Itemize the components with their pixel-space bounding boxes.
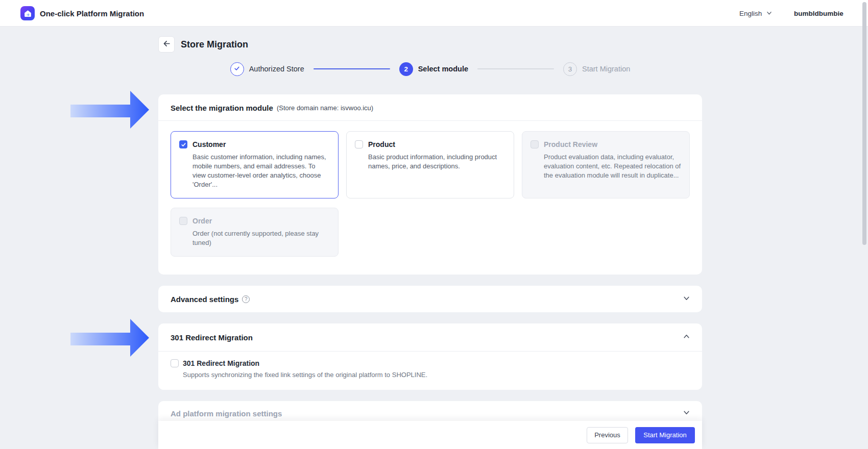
module-section-header: Select the migration module (Store domai…	[158, 94, 702, 121]
product-review-module-title: Product Review	[544, 140, 597, 148]
chevron-down-icon[interactable]	[683, 409, 690, 418]
order-module-title: Order	[192, 217, 212, 225]
question-circle-icon[interactable]: ?	[242, 295, 250, 303]
step-authorized-store: Authorized Store	[230, 62, 304, 76]
redirect-section-header[interactable]: 301 Redirect Migration	[158, 323, 702, 352]
language-label: English	[739, 10, 762, 17]
step-select-module: 2 Select module	[399, 62, 468, 76]
customer-module-title: Customer	[192, 140, 226, 148]
step-start-migration: 3 Start Migration	[563, 62, 630, 76]
redirect-migration-card: 301 Redirect Migration 301 Redirect Migr…	[158, 323, 702, 390]
product-review-checkbox	[531, 140, 539, 148]
order-checkbox	[179, 217, 187, 225]
module-section-title: Select the migration module	[171, 104, 273, 112]
store-domain-subtitle: (Store domain name: isvwoo.icu)	[277, 104, 373, 112]
advanced-settings-title: Advanced settings	[171, 295, 238, 304]
back-button[interactable]	[158, 36, 175, 53]
footer-action-bar: Previous Start Migration	[158, 421, 702, 449]
module-card-product[interactable]: Product Basic product information, inclu…	[346, 131, 514, 198]
module-selection-card: Select the migration module (Store domai…	[158, 94, 702, 275]
previous-button[interactable]: Previous	[587, 427, 628, 443]
chevron-down-icon	[766, 10, 772, 17]
scrollbar-thumb[interactable]	[862, 2, 866, 245]
product-checkbox[interactable]	[355, 140, 363, 148]
step2-number-circle: 2	[399, 62, 413, 76]
ad-platform-title: Ad platform migration settings	[171, 409, 282, 418]
order-module-description: Order (not currently supported, please s…	[192, 229, 330, 247]
customer-module-description: Basic customer information, including na…	[192, 153, 330, 189]
step3-label: Start Migration	[582, 65, 630, 73]
module-grid: Customer Basic customer information, inc…	[158, 121, 702, 269]
redirect-checkbox[interactable]	[171, 359, 179, 367]
app-logo-icon	[20, 6, 35, 20]
redirect-section-title: 301 Redirect Migration	[171, 333, 253, 342]
redirect-checkbox-label: 301 Redirect Migration	[183, 359, 259, 367]
product-module-title: Product	[368, 140, 395, 148]
app-title: One-click Platform Migration	[40, 0, 144, 27]
annotation-arrow-modules	[70, 91, 149, 129]
language-selector[interactable]: English	[739, 0, 772, 27]
module-card-customer[interactable]: Customer Basic customer information, inc…	[171, 131, 339, 198]
arrow-left-icon	[162, 39, 171, 50]
module-card-order: Order Order (not currently supported, pl…	[171, 208, 339, 257]
product-review-module-description: Product evaluation data, including evalu…	[544, 153, 681, 180]
redirect-description: Supports synchronizing the fixed link se…	[183, 371, 690, 379]
stepper-connector-done	[314, 68, 390, 69]
customer-checkbox[interactable]	[179, 140, 187, 148]
step2-label: Select module	[418, 65, 468, 73]
start-migration-button[interactable]: Start Migration	[635, 427, 695, 443]
step3-number-circle: 3	[563, 62, 577, 76]
module-card-product-review: Product Review Product evaluation data, …	[522, 131, 690, 198]
check-icon	[233, 65, 240, 73]
migration-stepper: Authorized Store 2 Select module 3 Start…	[158, 61, 702, 77]
stepper-connector-todo	[477, 68, 554, 69]
chevron-up-icon[interactable]	[683, 333, 690, 342]
step1-label: Authorized Store	[249, 65, 304, 73]
step1-check-circle	[230, 62, 244, 76]
username-menu[interactable]: bumbldbumbie	[794, 0, 843, 27]
page-title: Store Migration	[181, 36, 248, 53]
annotation-arrow-redirect	[70, 319, 149, 357]
chevron-down-icon[interactable]	[683, 294, 690, 304]
app-header: One-click Platform Migration English bum…	[0, 0, 868, 27]
product-module-description: Basic product information, including pro…	[368, 153, 505, 171]
advanced-settings-card[interactable]: Advanced settings ?	[158, 286, 702, 312]
